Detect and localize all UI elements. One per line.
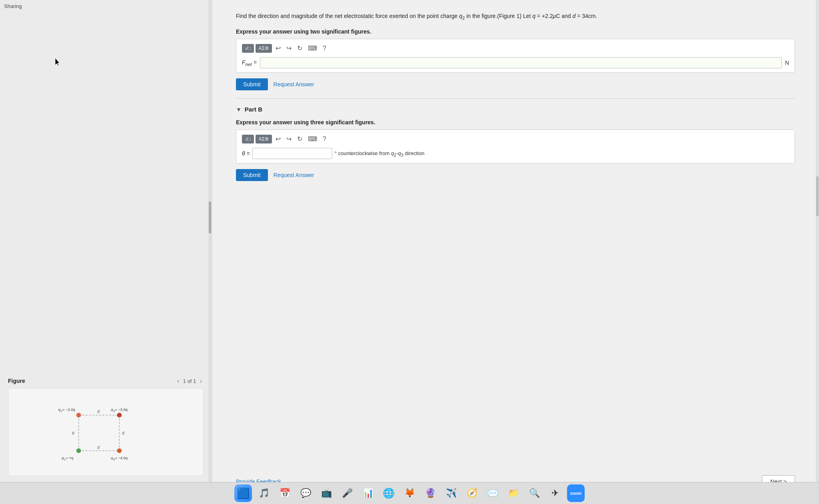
svg-text:d: d [72,431,74,435]
part-a-answer-box: √□ ΑΣΦ ↩ ↪ ↻ ⌨ ? Fnet = N [236,39,795,73]
part-a-submit-button[interactable]: Submit [236,78,268,90]
dock-tv[interactable]: 📺 [318,484,335,502]
part-a-sqrt-button[interactable]: √□ [242,44,254,53]
svg-text:= −4.0q: = −4.0q [115,456,128,460]
svg-point-7 [117,448,122,453]
sqrt-icon: √□ [245,46,251,51]
part-b-sqrt-icon: √□ [245,136,251,142]
svg-point-6 [76,448,81,453]
svg-text:d: d [122,431,124,435]
dock-mic[interactable]: 🎤 [338,484,356,502]
svg-text:d: d [97,445,100,450]
right-panel: Find the direction and magnitude of the … [212,0,819,504]
part-b-toolbar: √□ ΑΣΦ ↩ ↪ ↻ ⌨ ? [242,134,789,144]
part-b-theta-suffix: ° counterclockwise from q2-q3 direction [335,150,425,157]
part-a-btn-row: Submit Request Answer [236,78,795,90]
figure-page: 1 of 1 [183,378,196,384]
figure-prev-button[interactable]: ‹ [176,377,181,385]
part-b-instruction: Express your answer using three signific… [236,119,795,126]
dock-finder[interactable]: 🟦 [234,484,252,502]
part-a-greek-button[interactable]: ΑΣΦ [256,44,272,53]
svg-text:d: d [97,409,100,414]
svg-text:= −3.0q: = −3.0q [115,408,128,412]
left-panel: Sharing Figure ‹ 1 of 1 › [0,0,212,504]
dock-firefox[interactable]: 🦊 [401,484,418,502]
dock-telegram[interactable]: ✈ [546,484,564,502]
part-a-input[interactable] [260,57,782,68]
part-b-greek-button[interactable]: ΑΣΦ [256,135,272,143]
part-b-greek-icon: ΑΣΦ [259,136,269,142]
part-b-submit-button[interactable]: Submit [236,169,268,181]
right-scrollbar-thumb [816,176,819,216]
figure-header: Figure ‹ 1 of 1 › [4,377,208,385]
dock-plane[interactable]: ✈️ [442,484,460,502]
part-a-input-row: Fnet = N [242,57,789,68]
right-scrollbar[interactable] [816,0,819,504]
part-b-answer-box: √□ ΑΣΦ ↩ ↪ ↻ ⌨ ? θ = ° counterclockwise … [236,129,795,163]
dock-music[interactable]: 🎵 [255,484,273,502]
svg-text:2: 2 [60,410,62,412]
part-a-redo-button[interactable]: ↪ [284,43,294,53]
dock-crystal[interactable]: 🔮 [421,484,439,502]
part-b-header: ▼ Part B [236,106,795,113]
dock-folder[interactable]: 📁 [505,484,522,502]
dock-search[interactable]: 🔍 [525,484,543,502]
part-a-request-button[interactable]: Request Answer [274,81,314,88]
left-scrollbar-thumb [209,201,211,233]
part-b-collapse-arrow[interactable]: ▼ [236,106,242,113]
part-b-keyboard-button[interactable]: ⌨ [306,134,319,144]
part-a-help-button[interactable]: ? [321,44,328,53]
part-a-instruction: Express your answer using two significan… [236,28,795,35]
dock-stats[interactable]: 📊 [359,484,377,502]
svg-point-5 [117,413,122,418]
part-b-help-button[interactable]: ? [321,134,328,144]
part-b-request-button[interactable]: Request Answer [274,172,314,178]
part-a-unit: N [785,60,789,66]
mac-taskbar: 🟦 🎵 📅 💬 📺 🎤 📊 🌐 🦊 🔮 ✈️ 🧭 ✉️ 📁 🔍 ✈ zoom [0,482,819,504]
figure-section: Figure ‹ 1 of 1 › [0,373,212,480]
part-b-theta-row: θ = ° counterclockwise from q2-q3 direct… [242,148,789,159]
part-b-sqrt-button[interactable]: √□ [242,135,254,143]
dock-calendar[interactable]: 📅 [276,484,294,502]
part-divider [236,98,795,99]
svg-text:= +q: = +q [66,456,73,460]
part-b-title: Part B [245,106,262,113]
part-b-theta-input[interactable] [252,148,332,159]
part-b-refresh-button[interactable]: ↻ [295,134,304,144]
greek-icon: ΑΣΦ [259,46,269,51]
dock-messages[interactable]: 💬 [297,484,314,502]
part-b-undo-button[interactable]: ↩ [274,134,283,144]
part-a-keyboard-button[interactable]: ⌨ [306,43,319,53]
figure-diagram: q 2 = −2.0q q 3 = −3.0q q 1 = +q q 4 = −… [8,388,204,476]
diagram-svg: q 2 = −2.0q q 3 = −3.0q q 1 = +q q 4 = −… [16,396,195,468]
figure-nav: ‹ 1 of 1 › [176,377,204,385]
part-b-theta-label: θ = [242,150,250,157]
sharing-text: Sharing [4,3,22,9]
left-scrollbar[interactable] [208,0,212,504]
part-a-refresh-button[interactable]: ↻ [295,43,304,53]
dock-mail[interactable]: ✉️ [484,484,501,502]
svg-point-4 [76,413,81,418]
part-b-btn-row: Submit Request Answer [236,169,795,181]
svg-text:= −2.0q: = −2.0q [62,408,75,412]
cursor-indicator [55,58,61,68]
part-b-redo-button[interactable]: ↪ [284,134,294,144]
part-a-undo-button[interactable]: ↩ [274,43,283,53]
dock-zoom[interactable]: zoom [567,484,585,502]
problem-description: Find the direction and magnitude of the … [236,12,795,21]
part-a-label: Fnet = [242,59,257,67]
dock-compass[interactable]: 🧭 [463,484,481,502]
figure-next-button[interactable]: › [198,377,204,385]
part-a-toolbar: √□ ΑΣΦ ↩ ↪ ↻ ⌨ ? [242,43,789,53]
figure-title: Figure [8,378,25,384]
dock-chrome[interactable]: 🌐 [380,484,398,502]
